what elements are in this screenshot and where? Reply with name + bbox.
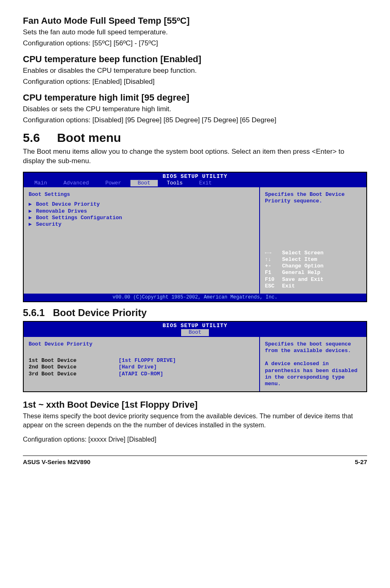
bios2-row-2[interactable]: 3rd Boot Device [ATAPI CD-ROM]: [29, 371, 254, 377]
key-label-5: Exit: [282, 283, 295, 290]
heading-boot-num: 5.6: [23, 131, 40, 144]
bios2-row-0-val: [1st FLOPPY DRIVE]: [119, 357, 176, 364]
key-plusminus-icon: +-: [265, 263, 282, 269]
bios1-tab-boot[interactable]: Boot: [130, 180, 158, 186]
triangle-icon: ▶: [29, 221, 33, 228]
bios1-help-keys: ←→Select Screen ↑↓Select Item +-Change O…: [265, 250, 361, 290]
heading-beep: CPU temperature beep function [Enabled]: [23, 54, 367, 65]
key-label-0: Select Screen: [282, 250, 323, 256]
key-esc-icon: ESC: [265, 283, 282, 290]
bios1-item-2[interactable]: ▶Boot Settings Configuration: [29, 215, 254, 221]
heading-priority-num: 5.6.1: [23, 307, 45, 318]
text-xxth-1: These items specify the boot device prio…: [23, 412, 367, 429]
bios2-row-2-key: 3rd Boot Device: [29, 371, 119, 377]
text-fan-1: Sets the fan auto mode full speed temper…: [23, 28, 367, 37]
heading-boot-menu: 5.6 Boot menu: [23, 131, 367, 145]
bios2-row-0[interactable]: 1st Boot Device [1st FLOPPY DRIVE]: [29, 357, 254, 364]
key-f1-icon: F1: [265, 269, 282, 276]
text-bootmenu-desc: The Boot menu items allow you to change …: [23, 147, 367, 166]
footer-right: 5-27: [355, 458, 367, 465]
heading-xxth: 1st ~ xxth Boot Device [1st Floppy Drive…: [23, 399, 367, 410]
bios1-tab-advanced[interactable]: Advanced: [56, 180, 96, 186]
key-label-4: Save and Exit: [282, 276, 323, 283]
heading-limit: CPU temperature high limit [95 degree]: [23, 92, 367, 103]
key-label-2: Change Option: [282, 263, 323, 269]
bios1-help-text: Specifies the Boot Device Priority seque…: [265, 191, 361, 205]
bios2-row-2-val: [ATAPI CD-ROM]: [119, 371, 163, 377]
key-label-3: General Help: [282, 269, 321, 276]
bios1-tab-tools[interactable]: Tools: [159, 180, 190, 186]
heading-fan: Fan Auto Mode Full Speed Temp [55ºC]: [23, 16, 367, 26]
bios1-item-2-label: Boot Settings Configuration: [36, 215, 122, 221]
key-label-1: Select Item: [282, 256, 317, 263]
bios1-tab-main[interactable]: Main: [27, 180, 54, 186]
bios2-heading: Boot Device Priority: [29, 341, 254, 348]
key-arrows-ud-icon: ↑↓: [265, 256, 282, 263]
text-beep-1: Enables or disables the CPU temperature …: [23, 66, 367, 76]
key-arrows-lr-icon: ←→: [265, 250, 282, 256]
bios2-title: BIOS SETUP UTILITY: [24, 322, 366, 329]
bios2-row-1[interactable]: 2nd Boot Device [Hard Drive]: [29, 364, 254, 370]
bios1-item-3-label: Security: [36, 221, 61, 228]
heading-priority-title: Boot Device Priority: [53, 307, 146, 318]
bios2-tabs: Boot: [24, 329, 366, 337]
triangle-icon: ▶: [29, 215, 33, 221]
heading-boot-title: Boot menu: [57, 131, 121, 144]
bios2-tab-boot[interactable]: Boot: [181, 329, 208, 336]
bios2-row-1-val: [Hard Drive]: [119, 364, 157, 370]
heading-priority: 5.6.1 Boot Device Priority: [23, 307, 367, 319]
text-limit-2: Configuration options: [Disabled] [95 De…: [23, 116, 367, 125]
bios1-item-1[interactable]: ▶Removable Drives: [29, 208, 254, 215]
bios1-tabs: Main Advanced Power Boot Tools Exit: [24, 180, 366, 187]
page-footer: ASUS V-Series M2V890 5-27: [23, 456, 367, 465]
bios-window-boot-settings: BIOS SETUP UTILITY Main Advanced Power B…: [23, 172, 367, 303]
text-beep-2: Configuration options: [Enabled] [Disabl…: [23, 77, 367, 87]
bios1-item-1-label: Removable Drives: [36, 208, 87, 215]
bios1-tab-power[interactable]: Power: [98, 180, 129, 186]
text-xxth-2: Configuration options: [xxxxx Drive] [Di…: [23, 435, 367, 444]
bios1-item-0-label: Boot Device Priority: [36, 201, 100, 208]
text-fan-2: Configuration options: [55ºC] [56ºC] - […: [23, 39, 367, 48]
bios2-row-1-key: 2nd Boot Device: [29, 364, 119, 370]
bios1-heading: Boot Settings: [29, 191, 254, 198]
bios1-item-3[interactable]: ▶Security: [29, 221, 254, 228]
bios1-tab-exit[interactable]: Exit: [192, 180, 219, 186]
footer-left: ASUS V-Series M2V890: [23, 458, 90, 465]
bios1-item-0[interactable]: ▶Boot Device Priority: [29, 201, 254, 208]
triangle-icon: ▶: [29, 208, 33, 215]
bios1-title: BIOS SETUP UTILITY: [24, 173, 366, 180]
key-f10-icon: F10: [265, 276, 282, 283]
bios-window-boot-priority: BIOS SETUP UTILITY Boot Boot Device Prio…: [23, 321, 367, 392]
text-limit-1: Disables or sets the CPU temperature hig…: [23, 105, 367, 114]
bios2-row-0-key: 1st Boot Device: [29, 357, 119, 364]
triangle-icon: ▶: [29, 201, 33, 208]
bios1-footer: v00.00 (C)Copyright 1985-2002, American …: [24, 294, 366, 301]
bios2-help-text: Specifies the boot sequence from the ava…: [265, 341, 361, 388]
